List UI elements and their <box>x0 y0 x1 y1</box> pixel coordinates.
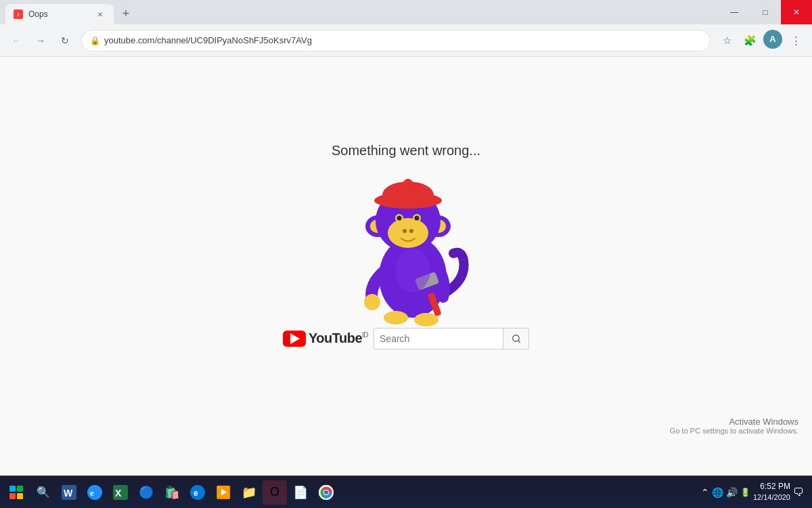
svg-point-9 <box>403 179 413 188</box>
security-icon: 🔒 <box>90 36 100 45</box>
youtube-logo-text: YouTube <box>309 331 362 345</box>
svg-point-19 <box>384 311 408 324</box>
taskbar-files[interactable]: 📁 <box>237 480 261 505</box>
notification-center[interactable]: 🗨 <box>793 486 804 499</box>
extensions-button[interactable]: 🧩 <box>739 30 761 51</box>
reload-button[interactable]: ↻ <box>54 30 76 51</box>
svg-line-23 <box>518 340 520 342</box>
tab-strip: ! Oops ✕ + <box>0 0 135 24</box>
taskbar-opera[interactable]: O <box>263 480 287 505</box>
page-content: Something went wrong... <box>0 57 812 475</box>
taskbar-excel[interactable]: X <box>108 480 133 505</box>
clock-date: 12/14/2020 <box>753 492 790 503</box>
maximize-button[interactable]: □ <box>750 0 781 24</box>
browser-window: ! Oops ✕ + — □ ✕ ← → ↻ 🔒 youtube.com/cha… <box>0 0 812 508</box>
tab-favicon: ! <box>14 9 23 19</box>
address-text: youtube.com/channel/UC9DIPyaNoShFJ5oKsrv… <box>104 35 702 45</box>
tray-battery[interactable]: 🔋 <box>740 488 750 497</box>
monkey-illustration <box>332 165 480 328</box>
tab-title: Oops <box>28 9 89 19</box>
back-button[interactable]: ← <box>5 30 27 51</box>
svg-point-14 <box>403 229 407 233</box>
youtube-search-row: YouTubeID <box>283 328 529 350</box>
tray-volume[interactable]: 🔊 <box>726 487 738 498</box>
window-controls: — □ ✕ <box>719 0 812 24</box>
svg-point-15 <box>409 229 413 233</box>
menu-button[interactable]: ⋮ <box>785 30 807 51</box>
svg-text:e: e <box>194 488 198 498</box>
svg-text:X: X <box>115 488 122 499</box>
activate-windows-title: Activate Windows <box>670 417 798 427</box>
svg-point-20 <box>414 313 438 326</box>
taskbar-media[interactable]: ▶️ <box>211 480 235 505</box>
close-button[interactable]: ✕ <box>781 0 812 24</box>
taskbar-search[interactable]: 🔍 <box>31 480 55 505</box>
taskbar-edge[interactable]: e <box>185 480 210 505</box>
taskbar-chrome-active[interactable] <box>314 480 338 505</box>
title-bar: ! Oops ✕ + — □ ✕ <box>0 0 812 24</box>
windows-logo <box>9 486 23 499</box>
error-message: Something went wrong... <box>332 143 480 158</box>
browser-tab[interactable]: ! Oops ✕ <box>5 4 114 24</box>
profile-button[interactable]: A <box>763 30 782 49</box>
taskbar-word[interactable]: W <box>57 480 81 505</box>
youtube-text: YouTubeID <box>309 331 368 346</box>
search-input[interactable] <box>374 329 503 349</box>
svg-text:W: W <box>64 488 73 499</box>
youtube-country-code: ID <box>362 331 368 339</box>
svg-point-6 <box>388 218 428 248</box>
taskbar-store[interactable]: 🛍️ <box>160 480 184 505</box>
tray-arrow[interactable]: ⌃ <box>701 487 709 498</box>
svg-text:e: e <box>90 488 94 498</box>
activate-windows-watermark: Activate Windows Go to PC settings to ac… <box>670 417 798 435</box>
sys-tray-icons: ⌃ 🌐 🔊 🔋 <box>701 487 750 498</box>
svg-point-13 <box>414 215 419 220</box>
start-button[interactable] <box>3 479 30 506</box>
svg-point-21 <box>395 249 430 292</box>
svg-point-12 <box>397 215 401 220</box>
search-icon <box>512 334 521 343</box>
tab-close-button[interactable]: ✕ <box>95 9 106 20</box>
nav-actions: ☆ 🧩 A ⋮ <box>716 30 807 51</box>
search-box <box>374 328 529 350</box>
svg-point-16 <box>364 294 380 310</box>
new-tab-button[interactable]: + <box>116 4 135 23</box>
clock-time: 6:52 PM <box>753 481 790 492</box>
address-bar[interactable]: 🔒 youtube.com/channel/UC9DIPyaNoShFJ5oKs… <box>81 30 710 51</box>
taskbar-documents[interactable]: 📄 <box>288 480 313 505</box>
minimize-button[interactable]: — <box>719 0 750 24</box>
taskbar: 🔍 W e X 🔵 🛍️ e ▶️ 📁 O 📄 <box>0 475 812 508</box>
activate-windows-subtitle: Go to PC settings to activate Windows. <box>670 427 798 435</box>
taskbar-ie[interactable]: e <box>83 480 107 505</box>
search-button[interactable] <box>503 329 528 349</box>
nav-bar: ← → ↻ 🔒 youtube.com/channel/UC9DIPyaNoSh… <box>0 24 812 57</box>
system-tray: ⌃ 🌐 🔊 🔋 6:52 PM 12/14/2020 🗨 <box>701 481 809 503</box>
bookmark-button[interactable]: ☆ <box>716 30 738 51</box>
forward-button[interactable]: → <box>30 30 51 51</box>
tray-network[interactable]: 🌐 <box>712 487 723 498</box>
taskbar-chrome-os[interactable]: 🔵 <box>134 480 158 505</box>
youtube-icon <box>283 331 306 347</box>
error-container: Something went wrong... <box>283 143 529 350</box>
svg-point-34 <box>324 490 328 494</box>
youtube-logo: YouTubeID <box>283 331 368 347</box>
youtube-play-triangle <box>290 333 300 344</box>
taskbar-clock[interactable]: 6:52 PM 12/14/2020 <box>753 481 790 503</box>
